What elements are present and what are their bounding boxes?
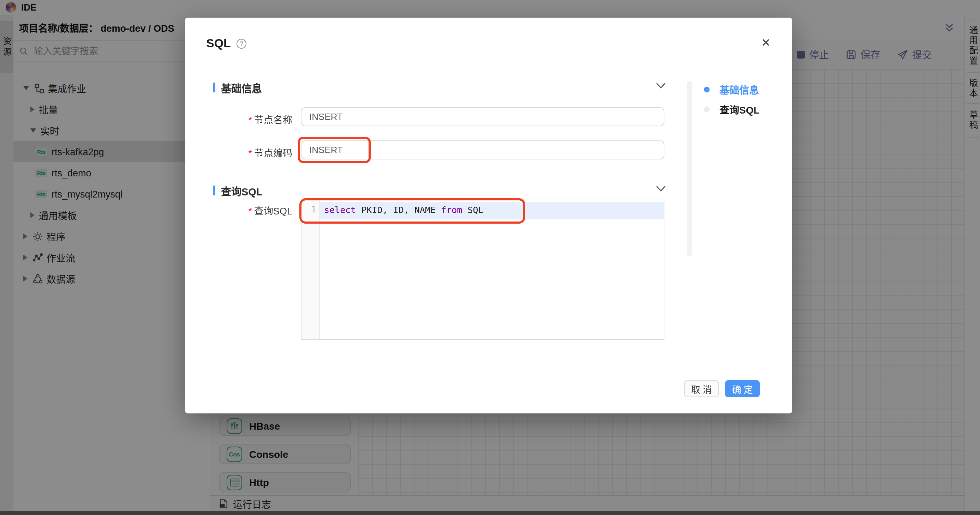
required-asterisk: * [248,206,252,217]
modal-scrollbar[interactable] [687,81,692,256]
section-accent-bar [213,185,215,195]
annotation-box-node-code [298,137,371,163]
section-basic-collapse-icon[interactable] [656,82,666,89]
section-sql-collapse-icon[interactable] [656,185,666,192]
dialog-title-text: SQL [206,37,231,51]
anchor-dot [704,87,710,92]
annotation-box-sql [299,198,525,223]
section-basic-title: 基础信息 [221,80,262,95]
section-accent-bar [213,82,215,92]
sql-node-dialog: SQL ? ✕ 基础信息 *节点名称 *节点编码 查询SQL * [185,17,792,414]
anchor-dot [704,106,710,112]
anchor-label: 基础信息 [719,82,759,97]
anchor-查询SQL[interactable]: 查询SQL [704,102,760,116]
section-sql-title: 查询SQL [221,183,262,198]
node-code-label: *节点编码 [200,145,292,159]
ok-button[interactable]: 确 定 [725,380,760,397]
section-basic-header: 基础信息 [213,81,262,95]
close-icon[interactable]: ✕ [761,37,771,49]
anchor-基础信息[interactable]: 基础信息 [704,82,759,97]
query-sql-label: *查询SQL [200,203,292,217]
required-asterisk: * [248,148,252,159]
section-sql-header: 查询SQL [213,184,262,198]
cancel-button[interactable]: 取 消 [684,380,719,397]
help-icon[interactable]: ? [237,39,247,49]
required-asterisk: * [248,115,252,125]
node-name-input[interactable] [301,107,664,126]
node-name-label: *节点名称 [200,112,292,126]
dialog-title: SQL ? [206,37,247,51]
anchor-label: 查询SQL [719,102,760,116]
